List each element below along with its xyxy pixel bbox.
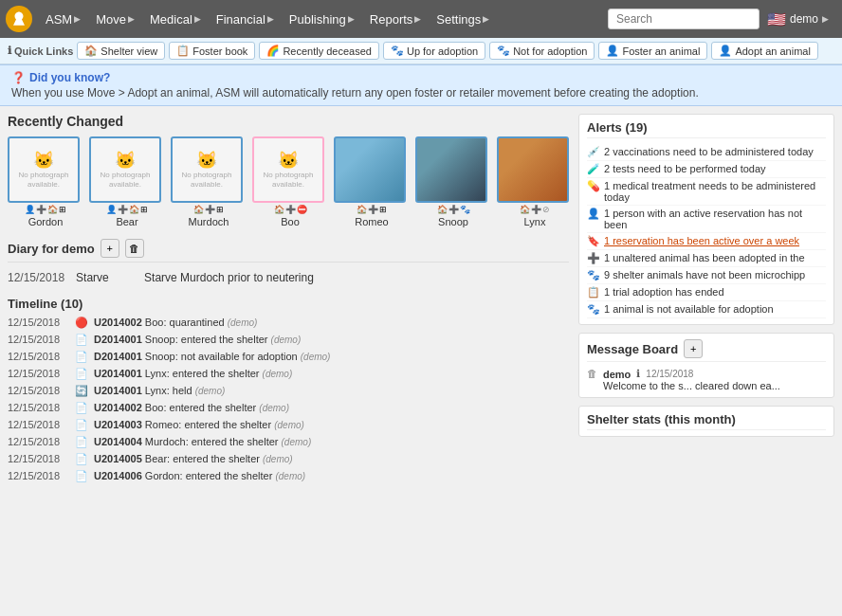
alert-text-7: 1 trial adoption has ended	[604, 286, 826, 298]
animal-photo-murdoch: 🐱 No photographavailable.	[171, 136, 243, 203]
tl-text-6[interactable]: U2014003 Romeo: entered the shelter (dem…	[94, 419, 569, 430]
nav-reports-arrow: ▶	[414, 14, 421, 24]
alert-icon-7: 📋	[587, 286, 600, 299]
tl-date-8: 12/15/2018	[8, 453, 69, 464]
animal-name-snoop: Snoop	[415, 216, 491, 227]
timeline-item: 12/15/2018 📄 D2014001 Snoop: not availab…	[8, 349, 569, 366]
tl-icon-0: 🔴	[75, 317, 88, 329]
quick-links-label: ℹ Quick Links	[8, 45, 73, 57]
animal-card-gordon[interactable]: 🐱 No photographavailable. 👤 ➕ 🏠 ⊞ Gordon	[8, 136, 83, 227]
ql-adopt-an-animal[interactable]: 👤 Adopt an animal	[711, 42, 818, 60]
tl-icon-4: 🔄	[75, 385, 88, 397]
nav-user[interactable]: 🇺🇸 demo ▶	[760, 7, 836, 32]
flag-icon: 🇺🇸	[767, 10, 786, 28]
timeline-item: 12/15/2018 📄 U2014002 Boo: entered the s…	[8, 400, 569, 417]
no-photo-icon-bear: 🐱	[115, 150, 136, 171]
animal-name-romeo: Romeo	[334, 216, 410, 227]
tl-date-4: 12/15/2018	[8, 385, 69, 396]
tl-text-8[interactable]: U2014005 Bear: entered the shelter (demo…	[94, 453, 569, 464]
recently-changed-title: Recently Changed	[8, 114, 569, 129]
tl-text-9[interactable]: U2014006 Gordon: entered the shelter (de…	[94, 470, 569, 481]
mb-header: Message Board +	[587, 339, 826, 362]
mb-delete-icon[interactable]: 🗑	[587, 368, 597, 379]
alert-item: 🔖 1 reservation has been active over a w…	[587, 233, 826, 250]
nav-medical[interactable]: Medical ▶	[142, 9, 209, 30]
animal-card-snoop[interactable]: 🏠 ➕ 🐾 Snoop	[415, 136, 491, 227]
tl-text-7[interactable]: U2014004 Murdoch: entered the shelter (d…	[94, 436, 569, 447]
alerts-section: Alerts (19) 💉 2 vaccinations need to be …	[578, 114, 834, 325]
ql-recently-deceased[interactable]: 🌈 Recently deceased	[259, 42, 379, 60]
animal-name-lynx: Lynx	[497, 216, 569, 227]
timeline-item: 12/15/2018 🔄 U2014001 Lynx: held (demo)	[8, 383, 569, 400]
search-input[interactable]	[608, 9, 760, 29]
nav-financial-arrow: ▶	[267, 14, 274, 24]
tl-icon-3: 📄	[75, 368, 88, 380]
timeline-item: 12/15/2018 📄 U2014001 Lynx: entered the …	[8, 366, 569, 383]
diary-add-button[interactable]: +	[101, 239, 119, 258]
foster-icon: 👤	[606, 45, 619, 57]
nav-move[interactable]: Move ▶	[88, 9, 142, 30]
animal-icons-romeo: 🏠 ➕ ⊞	[334, 205, 410, 214]
diary-delete-button[interactable]: 🗑	[125, 239, 144, 258]
nav-asm[interactable]: ASM ▶	[38, 9, 88, 30]
tl-date-5: 12/15/2018	[8, 402, 69, 413]
nav-reports[interactable]: Reports ▶	[362, 9, 430, 30]
timeline-list: 12/15/2018 🔴 U2014002 Boo: quarantined (…	[8, 315, 569, 485]
alert-text-1: 2 tests need to be performed today	[604, 163, 826, 174]
ql-up-for-adoption[interactable]: 🐾 Up for adoption	[383, 42, 485, 60]
ql-shelter-view[interactable]: 🏠 Shelter view	[77, 42, 165, 60]
tl-date-7: 12/15/2018	[8, 436, 69, 447]
tl-text-0[interactable]: U2014002 Boo: quarantined (demo)	[94, 317, 569, 328]
tl-icon-2: 📄	[75, 351, 88, 363]
health-icon: ➕	[36, 205, 46, 214]
timeline-item: 12/15/2018 🔴 U2014002 Boo: quarantined (…	[8, 315, 569, 332]
alert-text-3: 1 person with an active reservation has …	[604, 208, 826, 230]
animal-icons-boo: 🏠 ➕ ⛔	[252, 205, 328, 214]
home-icon-l: 🏠	[520, 205, 530, 214]
quick-links-icon: ℹ	[8, 45, 11, 57]
animal-name-bear: Bear	[89, 216, 165, 227]
ql-foster-an-animal[interactable]: 👤 Foster an animal	[598, 42, 707, 60]
nav-publishing[interactable]: Publishing ▶	[282, 9, 362, 30]
grid-icon-r: ⊞	[379, 205, 387, 214]
no-photo-icon-gordon: 🐱	[33, 150, 54, 171]
mb-text: Welcome to the s... cleared down ea...	[603, 380, 780, 391]
alert-item: 🧪 2 tests need to be performed today	[587, 161, 826, 178]
shelter-stats: Shelter stats (this month)	[578, 406, 834, 437]
tl-icon-8: 📄	[75, 453, 88, 465]
animal-card-boo[interactable]: 🐱 No photographavailable. 🏠 ➕ ⛔ Boo	[252, 136, 328, 227]
tl-text-3[interactable]: U2014001 Lynx: entered the shelter (demo…	[94, 368, 569, 379]
home-icon-m: 🏠	[193, 205, 204, 214]
tl-date-3: 12/15/2018	[8, 368, 69, 379]
home-icon-s: 🏠	[437, 205, 448, 214]
animal-card-romeo[interactable]: 🏠 ➕ ⊞ Romeo	[334, 136, 410, 227]
animal-card-lynx[interactable]: 🏠 ➕ ⊘ Lynx	[497, 136, 569, 227]
alert-item: ➕ 1 unaltered animal has been adopted in…	[587, 250, 826, 267]
animal-card-bear[interactable]: 🐱 No photographavailable. 👤 ➕ 🏠 ⊞ Bear	[89, 136, 165, 227]
app-logo[interactable]	[6, 6, 32, 32]
tl-text-5[interactable]: U2014002 Boo: entered the shelter (demo)	[94, 402, 569, 413]
alert-text-5: 1 unaltered animal has been adopted in t…	[604, 252, 826, 263]
home-icon-boo: 🏠	[274, 205, 284, 214]
timeline-section: Timeline (10) 12/15/2018 🔴 U2014002 Boo:…	[8, 297, 569, 485]
person-icon-b: 👤	[106, 205, 117, 214]
info-box: ❓ Did you know? When you use Move > Adop…	[0, 64, 842, 106]
animal-card-murdoch[interactable]: 🐱 No photographavailable. 🏠 ➕ ⊞ Murdoch	[171, 136, 247, 227]
ql-not-for-adoption[interactable]: 🐾 Not for adoption	[489, 42, 595, 60]
tl-date-1: 12/15/2018	[8, 334, 69, 345]
nav-menu: ASM ▶ Move ▶ Medical ▶ Financial ▶ Publi…	[38, 9, 608, 30]
timeline-item: 12/15/2018 📄 D2014001 Snoop: entered the…	[8, 332, 569, 349]
tl-text-4[interactable]: U2014001 Lynx: held (demo)	[94, 385, 569, 396]
nav-settings[interactable]: Settings ▶	[429, 9, 497, 30]
alert-text-4[interactable]: 1 reservation has been active over a wee…	[604, 235, 826, 246]
alert-item: 📋 1 trial adoption has ended	[587, 284, 826, 301]
tl-text-1[interactable]: D2014001 Snoop: entered the shelter (dem…	[94, 334, 569, 345]
nav-user-arrow: ▶	[822, 14, 829, 24]
nav-financial[interactable]: Financial ▶	[209, 9, 282, 30]
house-icon-b: 🏠	[129, 205, 139, 214]
diary-section: Diary for demo + 🗑 12/15/2018 Starve Sta…	[8, 239, 569, 287]
ql-foster-book[interactable]: 📋 Foster book	[169, 42, 255, 60]
tl-text-2[interactable]: D2014001 Snoop: not available for adopti…	[94, 351, 569, 362]
alert-icon-0: 💉	[587, 146, 600, 158]
mb-add-button[interactable]: +	[684, 339, 703, 358]
